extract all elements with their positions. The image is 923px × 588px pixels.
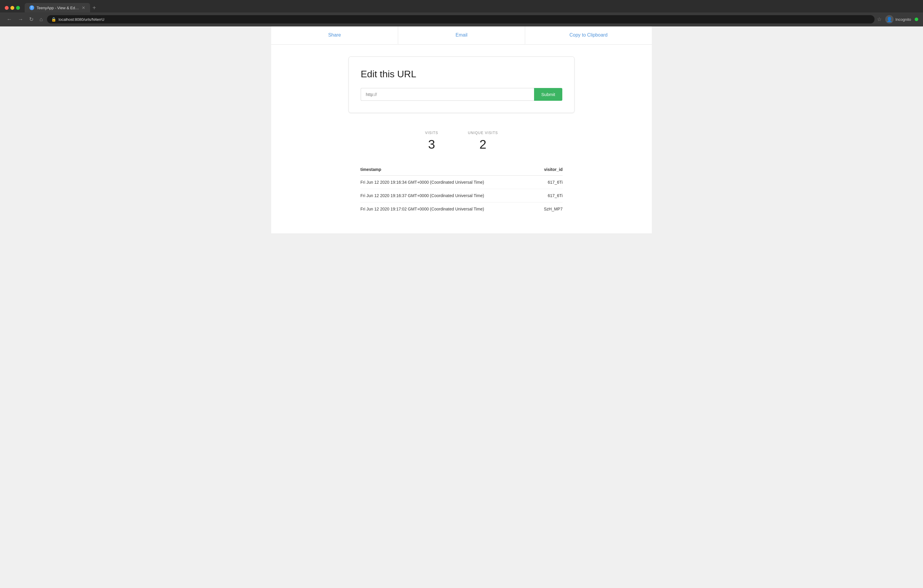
- page-content: Share Email Copy to Clipboard Edit this …: [0, 26, 923, 588]
- header-row: timestamp visitor_id: [360, 164, 563, 176]
- new-tab-button[interactable]: +: [90, 3, 99, 13]
- maximize-button[interactable]: [16, 6, 20, 10]
- tab-favicon: T: [30, 5, 34, 10]
- incognito-badge: 👤 Incognito: [885, 15, 911, 23]
- table-row: Fri Jun 12 2020 19:16:37 GMT+0000 (Coord…: [360, 189, 563, 202]
- visitor-id-cell: 617_6Ti: [536, 176, 563, 189]
- timestamp-cell: Fri Jun 12 2020 19:17:02 GMT+0000 (Coord…: [360, 202, 536, 216]
- refresh-button[interactable]: ↻: [27, 15, 35, 24]
- active-tab[interactable]: T TeenyApp - View & Edit Short ✕: [25, 3, 90, 13]
- visits-stat: VISITS 3: [425, 131, 438, 152]
- address-text: localhost:8080/urls/N4errU: [59, 17, 104, 22]
- back-button[interactable]: ←: [5, 15, 14, 24]
- tab-copy-to-clipboard[interactable]: Copy to Clipboard: [525, 26, 652, 44]
- submit-button[interactable]: Submit: [534, 88, 562, 101]
- timestamp-cell: Fri Jun 12 2020 19:16:34 GMT+0000 (Coord…: [360, 176, 536, 189]
- inner-page: Share Email Copy to Clipboard Edit this …: [271, 26, 652, 233]
- edit-title: Edit this URL: [361, 69, 562, 80]
- visitor-id-cell: 617_6Ti: [536, 189, 563, 202]
- home-button[interactable]: ⌂: [38, 15, 44, 24]
- visits-table: timestamp visitor_id Fri Jun 12 2020 19:…: [360, 164, 563, 215]
- incognito-avatar: 👤: [885, 15, 893, 23]
- tab-email[interactable]: Email: [398, 26, 525, 44]
- tab-title: TeenyApp - View & Edit Short: [36, 6, 79, 10]
- url-input[interactable]: [361, 88, 534, 101]
- visitor-id-header: visitor_id: [536, 164, 563, 176]
- timestamp-cell: Fri Jun 12 2020 19:16:37 GMT+0000 (Coord…: [360, 189, 536, 202]
- traffic-lights: [5, 6, 20, 10]
- status-dot: [915, 18, 918, 21]
- edit-section: Edit this URL Submit: [348, 56, 575, 113]
- action-tabs: Share Email Copy to Clipboard: [271, 26, 652, 44]
- browser-chrome: T TeenyApp - View & Edit Short ✕ + ← → ↻…: [0, 0, 923, 26]
- tab-bar: T TeenyApp - View & Edit Short ✕ +: [25, 3, 918, 13]
- stats-section: VISITS 3 UNIQUE VISITS 2: [348, 131, 575, 152]
- visits-value: 3: [425, 137, 438, 152]
- close-button[interactable]: [5, 6, 8, 10]
- unique-visits-stat: UNIQUE VISITS 2: [468, 131, 498, 152]
- table-section: timestamp visitor_id Fri Jun 12 2020 19:…: [348, 164, 575, 215]
- timestamp-header: timestamp: [360, 164, 536, 176]
- tab-close-icon[interactable]: ✕: [82, 5, 85, 10]
- unique-visits-label: UNIQUE VISITS: [468, 131, 498, 135]
- unique-visits-value: 2: [468, 137, 498, 152]
- table-row: Fri Jun 12 2020 19:16:34 GMT+0000 (Coord…: [360, 176, 563, 189]
- nav-bar: ← → ↻ ⌂ 🔒 localhost:8080/urls/N4errU ☆ 👤…: [0, 13, 923, 26]
- lock-icon: 🔒: [51, 17, 56, 22]
- visits-label: VISITS: [425, 131, 438, 135]
- tab-share[interactable]: Share: [271, 26, 398, 44]
- address-bar[interactable]: 🔒 localhost:8080/urls/N4errU: [47, 15, 875, 23]
- incognito-label: Incognito: [895, 17, 911, 22]
- table-header: timestamp visitor_id: [360, 164, 563, 176]
- title-bar: T TeenyApp - View & Edit Short ✕ +: [0, 0, 923, 13]
- bookmark-icon[interactable]: ☆: [877, 16, 882, 23]
- url-form: Submit: [361, 88, 562, 101]
- forward-button[interactable]: →: [16, 15, 25, 24]
- table-row: Fri Jun 12 2020 19:17:02 GMT+0000 (Coord…: [360, 202, 563, 216]
- table-body: Fri Jun 12 2020 19:16:34 GMT+0000 (Coord…: [360, 176, 563, 216]
- visitor-id-cell: SzH_MP7: [536, 202, 563, 216]
- minimize-button[interactable]: [10, 6, 14, 10]
- nav-right: ☆ 👤 Incognito: [877, 15, 918, 23]
